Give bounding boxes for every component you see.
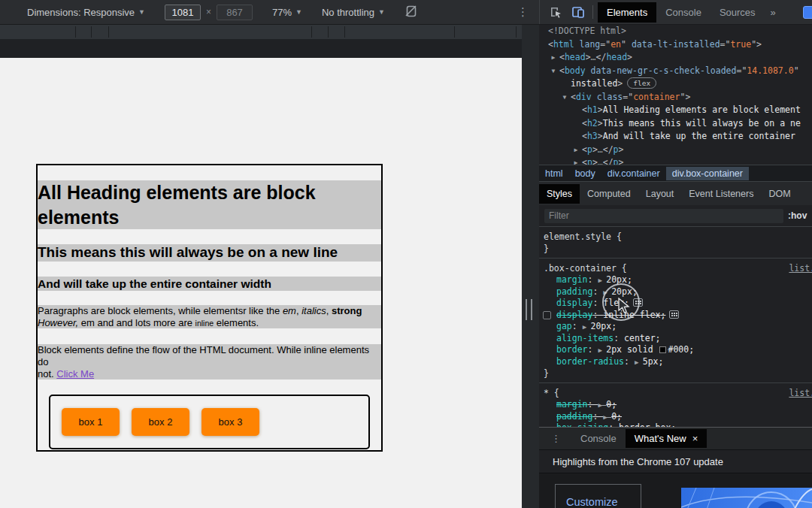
expand-value-icon[interactable]: ▶ [583, 323, 591, 331]
tab-console[interactable]: Console [656, 2, 710, 23]
collapse-arrow-icon[interactable]: ▼ [549, 65, 558, 78]
viewport-width-input[interactable] [165, 5, 201, 20]
device-toolbar-menu-icon[interactable]: ⋮ [517, 5, 529, 19]
css-property[interactable]: margin: ▶ 20px; [539, 274, 812, 286]
ruler-tick [516, 26, 517, 38]
breadcrumb-div-box-container[interactable]: div.box-container [666, 167, 749, 180]
dom-tree-line[interactable]: ▶<p>…</p> [539, 144, 812, 157]
close-icon[interactable]: × [692, 433, 698, 444]
toggle-hover-state-button[interactable]: :hov [788, 210, 807, 221]
dimensions-multiply-sign: × [206, 7, 211, 17]
customize-button[interactable]: Customize [555, 484, 641, 508]
dom-tree-line[interactable]: <h3>And will take up the entire containe… [539, 130, 812, 144]
page-heading-3: And will take up the entire container wi… [38, 277, 381, 291]
paragraph-text: em [283, 305, 296, 316]
throttling-dropdown[interactable]: No throttling ▼ [322, 7, 385, 18]
drawer-tab-console[interactable]: Console [571, 429, 626, 448]
inspect-element-icon[interactable] [549, 5, 562, 19]
paragraph-text: inline [195, 319, 214, 328]
css-property[interactable]: margin: ▶ 0; [539, 399, 812, 411]
flex-editor-icon[interactable] [633, 298, 643, 307]
tab-sources[interactable]: Sources [710, 2, 765, 23]
viewport-height-input[interactable] [217, 5, 253, 20]
paragraph-text: Paragraphs are block elements, while ele… [38, 305, 283, 316]
orange-box-box-1: box 1 [62, 408, 120, 436]
drawer-menu-icon[interactable]: ⋮ [551, 433, 561, 444]
expand-value-icon[interactable]: ▶ [598, 346, 606, 354]
click-me-link[interactable]: Click Me [56, 368, 94, 379]
style-rule: .box-container {list.margin: ▶ 20px;padd… [539, 259, 812, 383]
css-property[interactable]: gap: ▶ 20px; [539, 321, 812, 333]
dom-tree-line[interactable]: ▶<head>…</head> [539, 51, 812, 65]
drawer: ⋮ ConsoleWhat's New× Highlights from the… [539, 427, 812, 508]
dimensions-dropdown[interactable]: Dimensions: Responsive ▼ [27, 7, 145, 18]
zoom-dropdown[interactable]: 77% ▼ [272, 7, 302, 18]
flex-editor-icon[interactable] [669, 310, 679, 319]
toggle-device-toolbar-icon[interactable] [571, 5, 585, 19]
expand-arrow-icon[interactable]: ▶ [571, 156, 580, 165]
tab-styles[interactable]: Styles [539, 184, 580, 204]
devtools-panel: <!DOCTYPE html><html lang="en" data-lt-i… [539, 25, 812, 508]
paragraph-text: elements. [214, 317, 259, 328]
page-heading-2: This means this will always be on a new … [38, 244, 381, 262]
flex-badge[interactable]: flex [627, 77, 656, 89]
css-property[interactable]: align-items: center; [539, 333, 812, 345]
breadcrumb-body[interactable]: body [569, 167, 601, 180]
expand-arrow-icon[interactable]: ▶ [549, 51, 558, 65]
rotate-viewport-icon[interactable] [404, 5, 418, 20]
tab-elements[interactable]: Elements [598, 2, 656, 23]
dom-tree-line[interactable]: ▶<p>…</p> [539, 156, 812, 165]
color-swatch[interactable] [659, 346, 666, 353]
rule-selector[interactable]: element.style [544, 231, 611, 242]
chevron-down-icon: ▼ [378, 8, 385, 16]
expand-arrow-icon[interactable]: ▶ [571, 144, 580, 157]
page-paragraph-1: Paragraphs are block elements, while ele… [38, 305, 381, 328]
dom-tree-line[interactable]: <html lang="en" data-lt-installed="true"… [539, 38, 812, 52]
style-rule: element.style {} [539, 227, 812, 259]
page-paragraph-2: Block elements define the flow of the HT… [38, 344, 381, 379]
tab-event-listeners[interactable]: Event Listeners [681, 184, 761, 204]
expand-value-icon[interactable]: ▶ [598, 277, 606, 284]
more-tabs-icon[interactable]: » [771, 7, 776, 18]
breadcrumb-html[interactable]: html [539, 167, 569, 180]
css-property[interactable]: padding: ▶ 20px; [539, 286, 812, 298]
notification-icon[interactable] [803, 6, 812, 19]
rule-selector[interactable]: * [544, 388, 549, 398]
stylesheet-link[interactable]: list. [789, 387, 812, 399]
expand-value-icon[interactable]: ▶ [603, 413, 611, 421]
dom-tree-line[interactable]: ▼<body data-new-gr-c-s-check-loaded="14.… [539, 65, 812, 78]
dom-tree-line[interactable]: ▼<div class="container"> [539, 91, 812, 104]
divider-grip-icon[interactable] [526, 299, 532, 320]
ruler-tick [75, 26, 76, 38]
pane-divider[interactable] [522, 25, 539, 508]
expand-value-icon[interactable]: ▶ [603, 289, 611, 296]
breadcrumb: htmlbodydiv.containerdiv.box-container [539, 165, 812, 181]
css-property[interactable]: padding: ▶ 0; [539, 411, 812, 423]
css-property[interactable]: border-radius: ▶ 5px; [539, 356, 812, 368]
throttling-value: No throttling [322, 7, 374, 18]
dom-tree-line[interactable]: <h2>This means this will always be on a … [539, 117, 812, 131]
property-checkbox[interactable] [543, 311, 551, 319]
collapse-arrow-icon[interactable]: ▼ [560, 91, 569, 104]
dom-tree-line[interactable]: installed>flex [539, 77, 812, 91]
tab-computed[interactable]: Computed [580, 184, 638, 204]
tab-dom[interactable]: DOM [761, 184, 798, 204]
css-property[interactable]: border: ▶ 2px solid #000; [539, 344, 812, 356]
dom-tree-line[interactable]: <h1>All Heading elements are block eleme… [539, 104, 812, 117]
css-property[interactable]: display: flex; [539, 298, 812, 310]
breadcrumb-div-container[interactable]: div.container [601, 167, 666, 180]
device-toolbar: Dimensions: Responsive ▼ × 77% ▼ No thro… [0, 0, 539, 24]
expand-value-icon[interactable]: ▶ [635, 358, 643, 366]
rule-selector[interactable]: .box-container [544, 263, 617, 274]
expand-value-icon[interactable]: ▶ [598, 401, 606, 409]
top-toolbar: Dimensions: Responsive ▼ × 77% ▼ No thro… [0, 0, 812, 25]
devtools-tabbar: ElementsConsoleSources » [539, 0, 812, 24]
stylesheet-link[interactable]: list. [789, 262, 812, 274]
drawer-tab-label: What's New [635, 433, 686, 444]
page-container: All Heading elements are block elements … [36, 164, 383, 452]
dom-tree-line[interactable]: <!DOCTYPE html> [539, 25, 812, 38]
styles-filter-input[interactable] [544, 209, 783, 223]
drawer-tab-what-s-new[interactable]: What's New× [626, 429, 707, 448]
tab-layout[interactable]: Layout [638, 184, 682, 204]
css-property[interactable]: display: inline-flex; [539, 310, 812, 322]
